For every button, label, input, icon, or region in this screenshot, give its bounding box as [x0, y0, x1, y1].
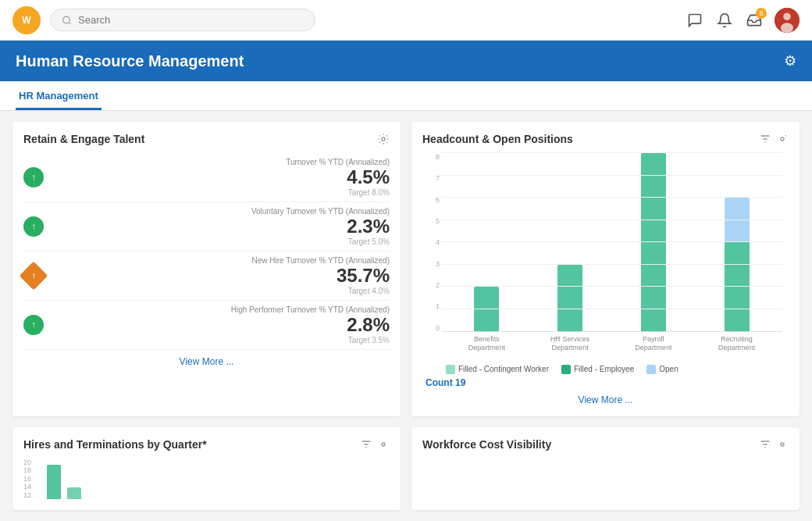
grid-line-3	[441, 264, 782, 265]
headcount-card-header: Headcount & Open Positions	[422, 133, 789, 145]
workforce-settings-icon[interactable]	[776, 438, 789, 451]
workday-logo[interactable]: W	[12, 6, 41, 34]
metric-value-newhire: 35.7%	[52, 265, 390, 287]
y-label-2: 2	[422, 281, 440, 289]
x-label-recruiting: RecruitingDepartment	[699, 332, 775, 360]
x-label-benefits: BenefitsDepartment	[449, 332, 525, 360]
page-header: Human Resource Management ⚙	[0, 41, 812, 81]
hires-card-icons[interactable]	[360, 438, 390, 451]
user-avatar[interactable]	[775, 8, 800, 33]
top-navigation: W 8	[0, 0, 812, 41]
hires-bar-2	[67, 487, 81, 499]
hires-bars	[44, 459, 390, 500]
grid-line-6	[441, 197, 782, 198]
metric-value-highperformer: 2.8%	[52, 314, 390, 336]
y-label-4: 4	[422, 238, 440, 246]
y-label-1: 1	[422, 302, 440, 310]
grid-line-7	[441, 175, 782, 176]
settings-icon[interactable]: ⚙	[784, 52, 796, 70]
svg-text:W: W	[22, 14, 31, 25]
grid-lines	[441, 153, 782, 332]
svg-point-15	[382, 443, 385, 446]
legend-dot-contingent	[446, 365, 455, 374]
svg-point-11	[781, 137, 784, 141]
retain-card-settings[interactable]	[377, 133, 390, 145]
chart-area	[441, 153, 782, 332]
grid-line-2	[441, 286, 782, 287]
hires-filter-icon[interactable]	[360, 438, 372, 451]
main-content: Retain & Engage Talent ↑ Turnover % YTD …	[0, 111, 812, 521]
legend-dot-open	[646, 365, 656, 374]
metric-label-voluntary: Voluntary Turnover % YTD (Annualized)	[52, 207, 390, 216]
headcount-card-icons[interactable]	[759, 133, 789, 145]
hires-card: Hires and Terminations by Quarter* 12 14…	[12, 427, 401, 511]
svg-point-5	[783, 12, 791, 20]
y-label-7: 7	[422, 174, 440, 182]
retain-view-more[interactable]: View More ...	[23, 356, 390, 367]
metric-value-turnover: 4.5%	[52, 166, 390, 188]
metric-icon-turnover: ↑	[23, 167, 44, 187]
metric-target-newhire: Target 4.0%	[52, 287, 390, 295]
metric-newhire-turnover: ↑ New Hire Turnover % YTD (Annualized) 3…	[23, 252, 390, 301]
legend-open: Open	[646, 365, 678, 374]
legend-label-contingent: Filled - Contingent Worker	[458, 365, 549, 373]
metric-target-voluntary: Target 5.0%	[52, 237, 390, 246]
legend-filled-employee: Filled - Employee	[561, 365, 634, 374]
page-title: Human Resource Management	[16, 52, 244, 70]
inbox-icon[interactable]: 8	[745, 11, 764, 30]
x-label-payroll: PayrollDepartment	[616, 332, 692, 360]
y-label-3: 3	[422, 260, 440, 268]
y-label-0: 0	[422, 324, 440, 332]
svg-point-6	[781, 23, 793, 33]
grid-line-1	[441, 309, 782, 309]
grid-line-8	[441, 152, 782, 153]
search-bar[interactable]	[50, 9, 315, 31]
y-axis: 0 1 2 3 4 5 6 7 8	[422, 153, 440, 332]
hires-bar-1	[47, 465, 61, 499]
workforce-card-icons[interactable]	[759, 438, 789, 451]
headcount-count: Count 19	[422, 377, 789, 388]
workforce-card: Workforce Cost Visibility	[411, 427, 800, 511]
search-input[interactable]	[78, 14, 304, 26]
legend-filled-contingent: Filled - Contingent Worker	[446, 365, 549, 374]
y-label-6: 6	[422, 196, 440, 204]
hires-y-14: 14	[23, 483, 42, 491]
metric-target-turnover: Target 8.0%	[52, 188, 390, 197]
metric-target-highperformer: Target 3.5%	[52, 336, 390, 344]
search-icon	[62, 15, 72, 26]
hires-card-header: Hires and Terminations by Quarter*	[23, 438, 390, 451]
notifications-icon[interactable]	[715, 11, 734, 30]
messages-icon[interactable]	[686, 11, 704, 30]
grid-line-4	[441, 241, 782, 242]
headcount-settings-icon[interactable]	[776, 133, 789, 145]
workforce-card-title: Workforce Cost Visibility	[422, 438, 551, 451]
workforce-card-header: Workforce Cost Visibility	[422, 438, 789, 451]
hires-y-12: 12	[23, 491, 42, 499]
inbox-badge: 8	[756, 8, 767, 19]
hires-settings-icon[interactable]	[377, 438, 390, 451]
workforce-filter-icon[interactable]	[759, 438, 771, 451]
metric-label-newhire: New Hire Turnover % YTD (Annualized)	[52, 256, 390, 265]
metric-label-turnover: Turnover % YTD (Annualized)	[52, 158, 390, 166]
y-label-8: 8	[422, 153, 440, 161]
hires-card-title: Hires and Terminations by Quarter*	[23, 438, 207, 451]
svg-point-7	[382, 137, 385, 141]
filter-icon[interactable]	[759, 133, 771, 145]
headcount-view-more[interactable]: View More ...	[422, 394, 789, 405]
legend-label-employee: Filled - Employee	[574, 365, 634, 373]
hires-y-18: 18	[23, 466, 42, 474]
headcount-card: Headcount & Open Positions 0 1 2 3 4 5 6…	[411, 122, 800, 416]
tab-bar: HR Management	[0, 81, 812, 111]
retain-card-header: Retain & Engage Talent	[23, 133, 390, 145]
headcount-chart: 0 1 2 3 4 5 6 7 8	[422, 153, 789, 360]
svg-line-3	[69, 22, 70, 23]
legend-dot-employee	[561, 365, 571, 374]
metric-highperformer-turnover: ↑ High Performer Turnover % YTD (Annuali…	[23, 301, 390, 350]
hires-y-20: 20	[23, 459, 42, 466]
metric-turnover: ↑ Turnover % YTD (Annualized) 4.5% Targe…	[23, 153, 390, 202]
retain-card-title: Retain & Engage Talent	[23, 133, 144, 145]
x-label-hrservices: HR ServicesDepartment	[532, 332, 608, 360]
svg-point-2	[63, 16, 70, 23]
metric-label-highperformer: High Performer Turnover % YTD (Annualize…	[52, 305, 390, 314]
tab-hr-management[interactable]: HR Management	[16, 84, 102, 110]
